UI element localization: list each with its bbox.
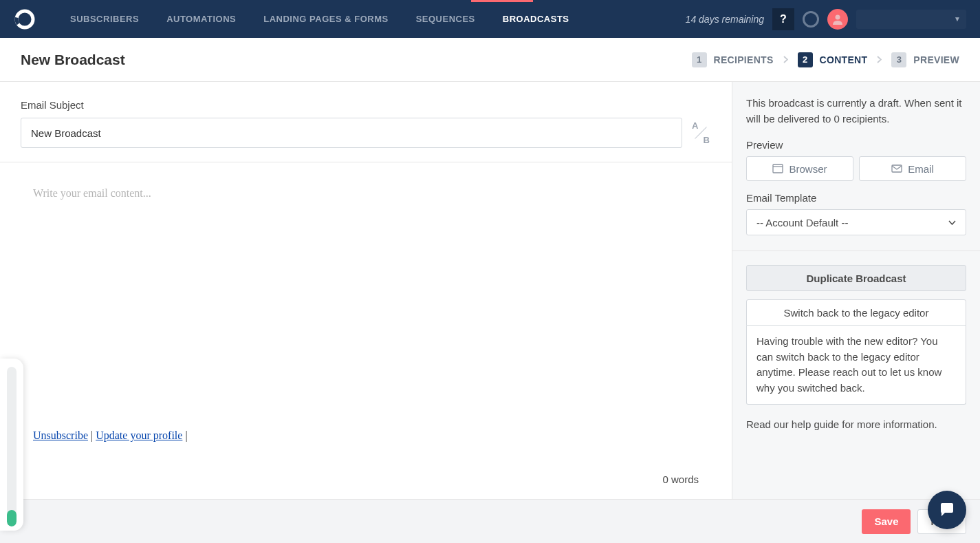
caret-down-icon: ▼ [954,15,961,23]
svg-rect-3 [773,164,783,173]
preview-email-button[interactable]: Email [859,156,966,181]
editor-section[interactable]: Write your email content... Unsubscribe … [0,162,732,473]
trial-text: 14 days remaining [686,14,764,25]
email-footer-links: Unsubscribe | Update your profile | [33,429,699,442]
step-recipients[interactable]: 1 RECIPIENTS [692,52,774,67]
nav-items: SUBSCRIBERS AUTOMATIONS LANDING PAGES & … [70,14,569,24]
preview-email-label: Email [908,163,934,175]
editor-placeholder: Write your email content... [33,187,699,416]
nav-sequences[interactable]: SEQUENCES [416,14,475,24]
template-value: -- Account Default -- [756,217,848,228]
preview-browser-label: Browser [789,163,827,175]
subject-input[interactable] [21,118,682,148]
preview-label: Preview [746,139,966,151]
navbar-right: 14 days remaining ? ▼ [686,8,966,30]
subject-row: A B [21,118,711,148]
step-content[interactable]: 2 CONTENT [798,52,868,67]
svg-point-2 [836,14,840,19]
navbar-accent [471,0,533,2]
preview-browser-button[interactable]: Browser [746,156,853,181]
step-num: 3 [891,52,906,67]
user-dropdown[interactable]: ▼ [856,10,966,29]
unsubscribe-link[interactable]: Unsubscribe [33,429,88,441]
ab-b: B [704,135,710,145]
svg-rect-5 [892,165,902,172]
svg-point-0 [17,11,33,28]
divider [732,251,980,251]
template-label: Email Template [746,192,966,204]
progress-widget[interactable] [0,359,23,531]
bottom-action-bar: Save Next [0,499,980,543]
switch-legacy-editor-button[interactable]: Switch back to the legacy editor [746,299,966,326]
main-layout: Email Subject A B Write your email conte… [0,82,980,499]
person-icon [831,13,844,25]
logo-icon [14,9,35,30]
chevron-down-icon [948,220,956,225]
separator: | [88,429,96,441]
browser-icon [772,164,783,173]
top-navbar: SUBSCRIBERS AUTOMATIONS LANDING PAGES & … [0,0,980,38]
ab-test-toggle[interactable]: A B [690,119,711,147]
duplicate-broadcast-button[interactable]: Duplicate Broadcast [746,265,966,291]
chat-widget[interactable] [928,491,966,529]
subject-section: Email Subject A B [0,82,732,162]
loading-indicator-icon [803,11,819,28]
draft-note: This broadcast is currently a draft. Whe… [746,96,966,127]
progress-track [7,367,17,526]
user-avatar[interactable] [827,9,848,30]
chevron-right-icon [877,56,882,63]
separator: | [182,429,187,441]
help-guide-text: Read our help guide for more information… [746,418,966,430]
help-button[interactable]: ? [772,8,794,30]
nav-landing-pages-forms[interactable]: LANDING PAGES & FORMS [263,14,388,24]
content-area: Email Subject A B Write your email conte… [0,82,732,499]
template-select-box: -- Account Default -- [746,209,966,235]
envelope-icon [891,164,902,173]
legacy-note: Having trouble with the new editor? You … [746,326,966,405]
nav-broadcasts[interactable]: BROADCASTS [503,14,569,24]
nav-subscribers[interactable]: SUBSCRIBERS [70,14,139,24]
step-num: 2 [798,52,813,67]
right-sidebar: This broadcast is currently a draft. Whe… [732,82,980,499]
chat-icon [937,500,957,520]
progress-fill [7,510,17,526]
app-logo[interactable] [14,8,36,30]
page-header: New Broadcast 1 RECIPIENTS 2 CONTENT 3 P… [0,38,980,82]
step-num: 1 [692,52,707,67]
save-button[interactable]: Save [862,509,911,534]
ab-a: A [692,120,698,131]
page-title: New Broadcast [21,52,125,68]
chevron-right-icon [783,56,788,63]
word-count: 0 words [0,473,732,499]
wizard-steps: 1 RECIPIENTS 2 CONTENT 3 PREVIEW [692,52,959,67]
subject-label: Email Subject [21,99,711,111]
preview-buttons: Browser Email [746,156,966,181]
step-label: RECIPIENTS [714,54,774,65]
step-label: CONTENT [820,54,868,65]
step-label: PREVIEW [913,54,959,65]
template-select[interactable]: -- Account Default -- [746,209,966,235]
update-profile-link[interactable]: Update your profile [96,429,182,441]
step-preview[interactable]: 3 PREVIEW [891,52,959,67]
nav-automations[interactable]: AUTOMATIONS [166,14,236,24]
